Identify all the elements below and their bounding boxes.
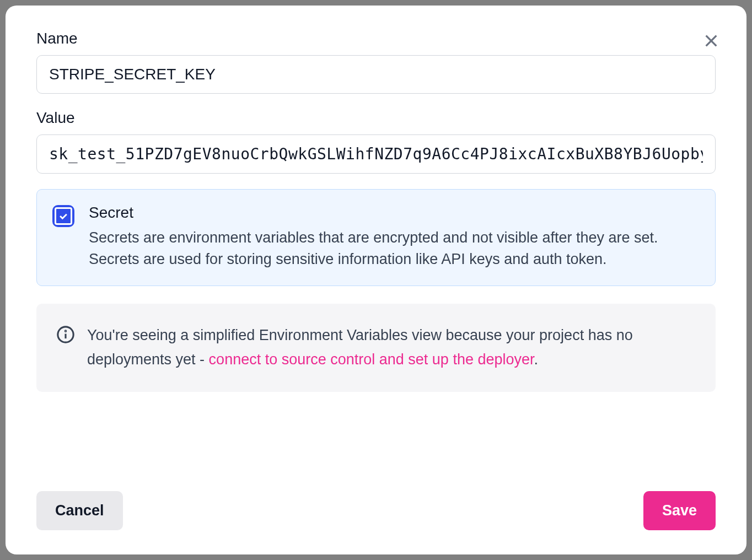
env-var-modal: Name Value Secret Secrets are environmen… (6, 6, 746, 554)
secret-option-box: Secret Secrets are environment variables… (36, 189, 716, 286)
info-text: You're seeing a simplified Environment V… (87, 324, 696, 371)
info-icon (56, 325, 75, 344)
secret-title: Secret (89, 204, 700, 222)
secret-text-wrap: Secret Secrets are environment variables… (89, 204, 700, 270)
value-field-group: Value (36, 109, 716, 174)
button-row: Cancel Save (36, 491, 716, 530)
name-field-group: Name (36, 30, 716, 94)
name-label: Name (36, 30, 716, 47)
value-input[interactable] (36, 134, 716, 174)
close-icon (702, 32, 720, 50)
name-input[interactable] (36, 55, 716, 94)
svg-point-4 (65, 331, 66, 331)
info-notice: You're seeing a simplified Environment V… (36, 304, 716, 391)
value-label: Value (36, 109, 716, 127)
secret-description: Secrets are environment variables that a… (89, 227, 700, 270)
secret-checkbox[interactable] (52, 205, 74, 227)
save-button[interactable]: Save (643, 491, 716, 530)
connect-deployer-link[interactable]: connect to source control and set up the… (209, 351, 534, 368)
info-text-after: . (534, 351, 539, 368)
checkmark-icon (58, 211, 69, 222)
cancel-button[interactable]: Cancel (36, 491, 123, 530)
checkbox-inner (55, 207, 72, 225)
close-button[interactable] (700, 30, 722, 52)
